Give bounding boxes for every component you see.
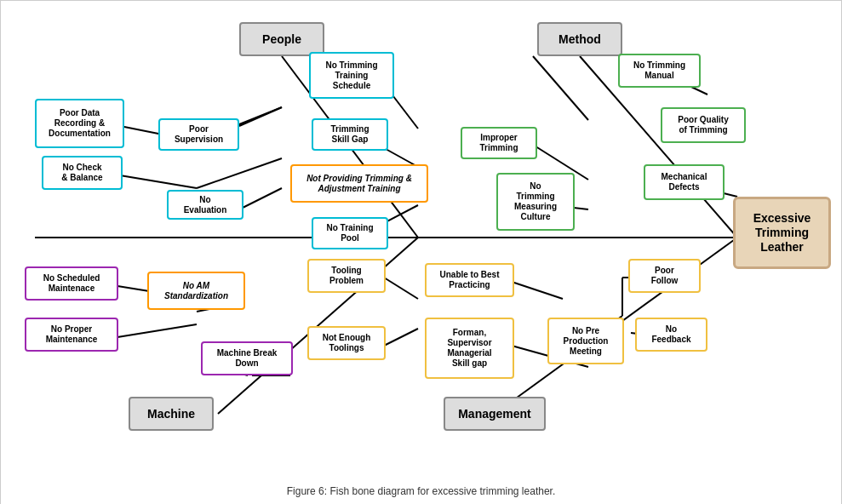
no-check-node: No Check & Balance — [42, 156, 123, 190]
no-proper-maintenance-node: No Proper Maintenance — [25, 318, 118, 352]
svg-line-2 — [239, 107, 282, 126]
no-trimming-manual-node: No Trimming Manual — [618, 54, 701, 88]
no-feedback-node: No Feedback — [635, 318, 707, 352]
not-enough-toolings-node: Not Enough Toolings — [307, 326, 386, 360]
mechanical-defects-node: Mechanical Defects — [644, 164, 725, 200]
svg-line-6 — [239, 188, 282, 209]
svg-line-28 — [512, 282, 563, 299]
poor-data-node: Poor Data Recording & Documentation — [35, 99, 124, 148]
no-am-standardization-node: No AM Standardization — [147, 272, 245, 310]
management-header: Management — [444, 397, 546, 431]
no-trimming-training-node: No Trimming Training Schedule — [309, 52, 394, 99]
figure-caption: Figure 6: Fish bone diagram for excessiv… — [9, 485, 833, 497]
svg-line-22 — [117, 324, 197, 337]
no-training-pool-node: No Training Pool — [312, 217, 388, 249]
machine-breakdown-node: Machine Break Down — [201, 341, 293, 375]
machine-header: Machine — [129, 397, 214, 431]
method-header: Method — [537, 22, 622, 56]
poor-supervision-node: Poor Supervision — [158, 118, 239, 151]
not-providing-node: Not Providing Trimming & Adjustment Trai… — [290, 164, 428, 203]
svg-line-26 — [384, 329, 418, 346]
effect-node: Excessive Trimming Leather — [733, 197, 831, 269]
svg-line-25 — [384, 278, 418, 299]
poor-follow-node: Poor Follow — [628, 259, 701, 293]
improper-trimming-node: Improper Trimming — [461, 127, 537, 159]
svg-line-5 — [120, 175, 197, 188]
svg-line-7 — [197, 158, 282, 188]
diagram-area: People Method Machine Management Excessi… — [9, 9, 833, 482]
people-header: People — [239, 22, 324, 56]
no-pre-production-node: No Pre Production Meeting — [547, 318, 624, 364]
forman-supervisor-node: Forman, Supervisor Managerial Skill gap — [425, 318, 514, 379]
svg-line-14 — [533, 56, 588, 120]
unable-to-best-node: Unable to Best Practicing — [425, 263, 514, 297]
tooling-problem-node: Tooling Problem — [307, 259, 386, 293]
trimming-skill-gap-node: Trimming Skill Gap — [312, 118, 388, 151]
no-evaluation-node: No Evaluation — [167, 190, 243, 220]
poor-quality-trimming-node: Poor Quality of Trimming — [661, 107, 746, 143]
no-trimming-measuring-node: No Trimming Measuring Culture — [496, 173, 575, 231]
no-scheduled-node: No Scheduled Maintenace — [25, 266, 118, 301]
outer-container: People Method Machine Management Excessi… — [0, 0, 842, 504]
